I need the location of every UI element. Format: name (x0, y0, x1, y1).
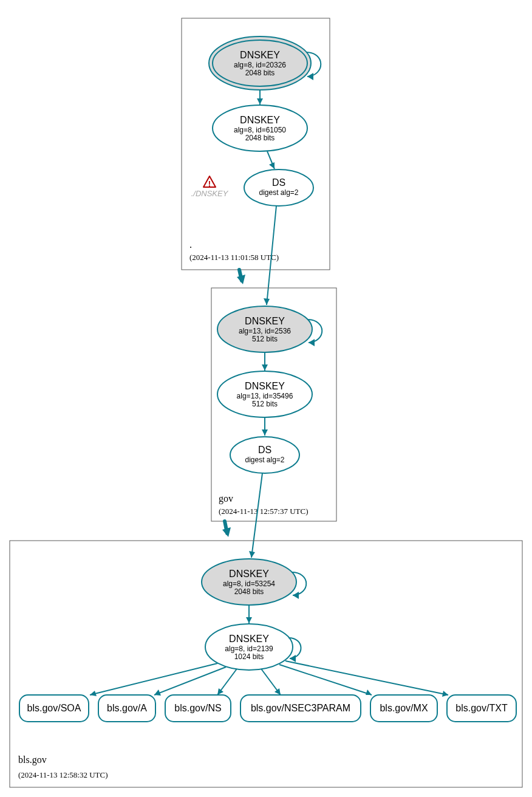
svg-text:digest alg=2: digest alg=2 (259, 188, 298, 197)
svg-text:512 bits: 512 bits (252, 400, 278, 408)
edge-bls-zsk-txt (285, 661, 448, 695)
svg-text:2048 bits: 2048 bits (245, 134, 275, 142)
edge-bls-zsk-a (154, 667, 226, 695)
svg-text:bls.gov/TXT: bls.gov/TXT (455, 703, 508, 713)
svg-marker-53 (290, 655, 296, 662)
svg-marker-34 (262, 429, 268, 436)
node-gov-ksk: DNSKEY alg=13, id=2536 512 bits (217, 306, 312, 352)
svg-marker-27 (309, 339, 315, 346)
node-bls-zsk: DNSKEY alg=8, id=2139 1024 bits (205, 624, 293, 670)
svg-text:DNSKEY: DNSKEY (245, 316, 285, 326)
svg-marker-39 (222, 527, 231, 537)
svg-marker-6 (307, 73, 313, 80)
svg-text:DNSKEY: DNSKEY (229, 569, 269, 579)
svg-text:DS: DS (258, 445, 271, 455)
svg-text:bls.gov/NS: bls.gov/NS (174, 703, 221, 713)
node-gov-zsk: DNSKEY alg=13, id=35496 512 bits (217, 371, 312, 417)
svg-text:DNSKEY: DNSKEY (245, 381, 285, 391)
edge-bls-zsk-soa (90, 663, 217, 695)
zone-ts-gov: (2024-11-13 12:57:37 UTC) (219, 507, 309, 516)
node-gov-ds: DS digest alg=2 (230, 437, 299, 473)
svg-marker-47 (246, 617, 252, 623)
svg-text:2048 bits: 2048 bits (234, 587, 264, 596)
svg-text:512 bits: 512 bits (252, 335, 278, 343)
node-root-zsk: DNSKEY alg=8, id=61050 2048 bits (213, 105, 307, 151)
svg-text:DNSKEY: DNSKEY (240, 50, 280, 60)
svg-text:alg=8, id=53254: alg=8, id=53254 (223, 580, 275, 588)
svg-text:bls.gov/SOA: bls.gov/SOA (27, 703, 81, 713)
svg-marker-59 (442, 691, 448, 697)
svg-marker-28 (262, 364, 268, 371)
svg-marker-56 (217, 688, 223, 695)
svg-text:bls.gov/A: bls.gov/A (107, 703, 147, 713)
zone-label-gov: gov (219, 493, 233, 504)
svg-text:alg=8, id=20326: alg=8, id=20326 (234, 61, 286, 69)
node-root-ksk: DNSKEY alg=8, id=20326 2048 bits (209, 36, 311, 90)
svg-marker-7 (257, 98, 263, 104)
zone-label-root: . (189, 239, 192, 250)
svg-marker-54 (90, 691, 97, 696)
svg-marker-21 (264, 298, 270, 305)
svg-marker-58 (366, 689, 372, 695)
svg-text:DNSKEY: DNSKEY (229, 634, 269, 644)
svg-text:alg=8, id=61050: alg=8, id=61050 (234, 126, 286, 134)
svg-marker-20 (237, 275, 245, 284)
svg-text:alg=13, id=2536: alg=13, id=2536 (239, 327, 291, 335)
svg-text:alg=8, id=2139: alg=8, id=2139 (225, 645, 273, 653)
missing-dnskey-label: ./DNSKEY (191, 189, 229, 198)
svg-text:bls.gov/NSEC3PARAM: bls.gov/NSEC3PARAM (251, 703, 350, 713)
zone-ts-bls: (2024-11-13 12:58:32 UTC) (18, 770, 108, 779)
svg-text:digest alg=2: digest alg=2 (245, 456, 284, 464)
svg-marker-40 (249, 551, 255, 558)
node-root-ds: DS digest alg=2 (244, 169, 313, 206)
zone-label-bls: bls.gov (18, 754, 47, 765)
svg-text:DNSKEY: DNSKEY (240, 115, 280, 125)
node-bls-ksk: DNSKEY alg=8, id=53254 2048 bits (202, 559, 296, 605)
svg-marker-57 (275, 688, 281, 695)
svg-text:alg=13, id=35496: alg=13, id=35496 (237, 392, 293, 400)
svg-marker-46 (293, 592, 299, 599)
svg-text:bls.gov/MX: bls.gov/MX (380, 703, 428, 713)
warning-icon: ! (203, 176, 216, 188)
svg-text:2048 bits: 2048 bits (245, 69, 275, 77)
svg-text:DS: DS (272, 177, 285, 188)
zone-ts-root: (2024-11-13 11:01:58 UTC) (189, 253, 279, 262)
dnssec-diagram: . (2024-11-13 11:01:58 UTC) DNSKEY alg=8… (0, 0, 532, 797)
svg-text:1024 bits: 1024 bits (234, 652, 264, 661)
svg-text:!: ! (208, 179, 211, 188)
